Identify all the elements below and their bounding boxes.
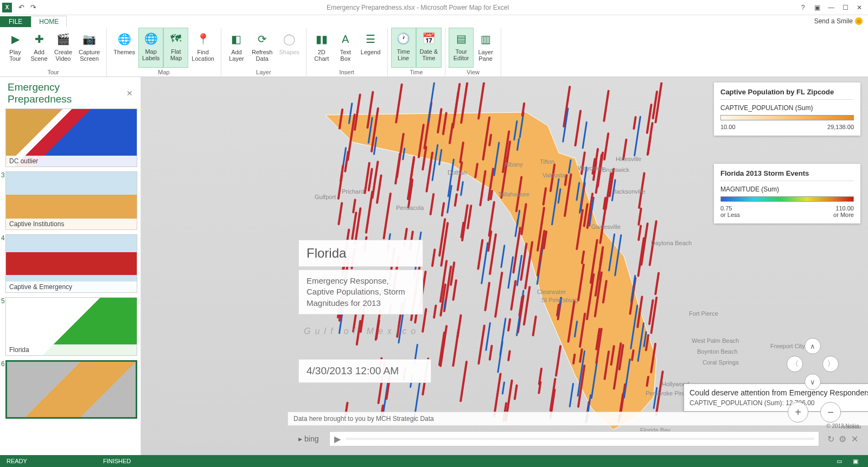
svg-line-139	[339, 203, 342, 225]
svg-line-159	[524, 287, 529, 324]
minimize-button[interactable]: —	[825, 2, 838, 13]
timeline-close-button[interactable]: ✕	[848, 434, 860, 444]
window-title: Emergency Preparedness.xlsx - Microsoft …	[39, 4, 796, 11]
tour-editor-button[interactable]: ▤TourEditor	[449, 28, 474, 68]
scene-label: DC outlier	[6, 156, 137, 167]
city-label: Gainesville	[591, 223, 621, 230]
map-canvas[interactable]: AlbanyValdostaBrunswickJacksonvilleGaine…	[141, 77, 868, 455]
group-layer: ◧AddLayer ⟳RefreshData ◯Shapes Layer	[221, 28, 307, 76]
city-label: Brunswick	[602, 167, 629, 173]
legend-button[interactable]: ☰Legend	[358, 28, 384, 68]
status-view-2[interactable]: ▣	[850, 458, 861, 465]
svg-line-254	[431, 194, 434, 214]
svg-line-22	[639, 226, 641, 240]
flat-map-button[interactable]: 🗺FlatMap	[163, 28, 188, 68]
create-video-button[interactable]: 🎬CreateVideo	[51, 28, 75, 68]
svg-line-166	[508, 257, 513, 288]
globe-label-icon: 🌐	[142, 30, 159, 47]
editor-icon: ▤	[452, 30, 470, 47]
themes-button[interactable]: 🌐Themes	[110, 28, 138, 68]
city-label: Boynton Beach	[697, 348, 738, 355]
timeline-play-button[interactable]: ▶	[334, 434, 341, 444]
svg-line-60	[486, 323, 490, 350]
sidebar-close-button[interactable]: ✕	[124, 89, 135, 98]
map-labels-button[interactable]: 🌐MapLabels	[138, 28, 163, 68]
scene-label: Captive Institutions	[6, 219, 137, 229]
city-label: Hinesville	[616, 156, 641, 162]
scene-label: Captive & Emergency	[6, 282, 137, 292]
nav-up-button[interactable]: ∧	[805, 338, 821, 354]
send-smile-link[interactable]: Send a Smile ☺	[814, 17, 863, 25]
svg-line-243	[604, 133, 608, 159]
legend-captive-population[interactable]: Captive Population by FL Zipcode CAPTIVE…	[714, 82, 860, 136]
undo-button[interactable]: ↶	[15, 2, 27, 14]
maximize-button[interactable]: ☐	[839, 2, 852, 13]
timeline-button[interactable]: 🕐TimeLine	[391, 28, 416, 68]
status-ready: READY	[7, 458, 27, 464]
clock-icon: 🕐	[395, 30, 412, 47]
timeline-track[interactable]: ▶	[329, 431, 819, 446]
city-label: Daytona Beach	[651, 240, 692, 246]
city-label: Tifton	[540, 158, 554, 165]
shapes-button: ◯Shapes	[276, 28, 302, 68]
overlay-desc-card[interactable]: Emergency Response, Captive Populations,…	[298, 270, 423, 315]
city-label: Coral Springs	[703, 359, 739, 366]
data-tooltip: Could deserve attention from Emergency R…	[684, 383, 868, 412]
legend-storm-events[interactable]: Florida 2013 Storm Events MAGNITUDE (Sum…	[714, 164, 860, 223]
nav-right-button[interactable]: 〉	[822, 356, 839, 372]
refresh-data-button[interactable]: ⟳RefreshData	[248, 28, 276, 68]
tour-editor-sidebar: Emergency Preparedness ✕ DC outlier 3 Ca…	[0, 77, 141, 455]
text-box-button[interactable]: ATextBox	[334, 28, 358, 68]
svg-line-119	[369, 169, 372, 190]
scene-thumb[interactable]: Captive Institutions	[5, 171, 137, 230]
layer-pane-button[interactable]: ▥LayerPane	[474, 28, 497, 68]
close-button[interactable]: ✕	[853, 2, 866, 13]
camera-icon: 📷	[81, 30, 98, 48]
group-map: 🌐Themes 🌐MapLabels 🗺FlatMap 📍FindLocatio…	[107, 28, 221, 76]
scene-thumb[interactable]: DC outlier	[5, 108, 137, 167]
status-view-1[interactable]: ▭	[833, 458, 845, 465]
group-label: Map	[158, 68, 169, 76]
zoom-in-button[interactable]: +	[788, 402, 808, 423]
svg-line-242	[570, 383, 573, 406]
tab-home[interactable]: HOME	[31, 16, 67, 27]
find-location-button[interactable]: 📍FindLocation	[188, 28, 218, 68]
help-button[interactable]: ?	[796, 2, 809, 13]
svg-line-244	[489, 135, 491, 145]
capture-screen-button[interactable]: 📷CaptureScreen	[75, 28, 103, 68]
nav-left-button[interactable]: 〈	[787, 356, 803, 372]
tab-file[interactable]: FILE	[0, 16, 31, 27]
scene-thumb[interactable]: Captive & Emergency	[5, 234, 137, 293]
datetime-button[interactable]: 📅Date &Time	[416, 28, 442, 68]
zoom-out-button[interactable]: −	[820, 402, 841, 423]
ribbon-toggle-button[interactable]: ▣	[810, 2, 824, 13]
svg-line-91	[501, 246, 505, 267]
timeline-slider[interactable]	[346, 438, 814, 440]
timeline-settings-button[interactable]: ⚙	[837, 434, 848, 444]
scene-list[interactable]: DC outlier 3 Captive Institutions 4 Capt…	[0, 108, 141, 455]
redo-button[interactable]: ↷	[27, 2, 39, 14]
overlay-timestamp-card[interactable]: 4/30/2013 12:00 AM	[298, 359, 431, 383]
group-time: 🕐TimeLine 📅Date &Time Time	[388, 28, 446, 76]
credit-bar: Data here brought to you by MCH Strategi…	[288, 412, 868, 426]
2d-chart-button[interactable]: ▮▮2DChart	[310, 28, 334, 68]
svg-line-142	[502, 382, 504, 394]
overlay-title-card[interactable]: Florida	[298, 240, 423, 267]
svg-line-190	[434, 305, 436, 317]
scene-thumb[interactable]: Florida	[5, 297, 137, 356]
add-layer-button[interactable]: ◧AddLayer	[225, 28, 248, 68]
svg-line-234	[455, 84, 460, 115]
send-smile-label: Send a Smile	[814, 17, 853, 25]
overlay-timestamp: 4/30/2013 12:00 AM	[307, 365, 423, 377]
add-scene-button[interactable]: ✚AddScene	[27, 28, 51, 68]
timeline-loop-button[interactable]: ↻	[825, 434, 837, 444]
play-tour-button[interactable]: ▶PlayTour	[3, 28, 27, 68]
scene-thumb[interactable]	[5, 360, 137, 419]
video-icon: 🎬	[55, 30, 72, 48]
calendar-icon: 📅	[420, 30, 437, 47]
legend-measure: CAPTIVE_POPULATION (Sum)	[720, 104, 854, 112]
city-label: Pembroke Pines	[646, 390, 690, 396]
nav-down-button[interactable]: ∨	[805, 374, 821, 390]
svg-line-154	[415, 314, 417, 323]
city-label: St Petersburg	[541, 297, 578, 303]
